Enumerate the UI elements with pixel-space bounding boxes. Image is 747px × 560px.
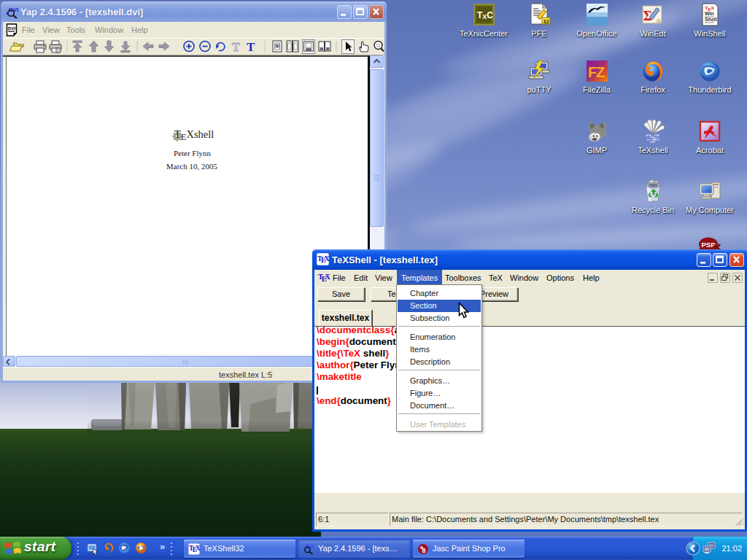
svg-text:X: X [325,273,330,281]
svg-text:X: X [325,254,330,262]
svg-text:DVI: DVI [8,26,16,31]
svg-text:T: T [247,40,255,54]
svg-text:PSP: PSP [701,241,716,249]
svg-text:T: T [232,41,240,53]
svg-text:8: 8 [422,547,426,554]
svg-text:Z: Z [596,64,605,80]
svg-text:X: X [654,133,659,141]
svg-text:32: 32 [543,18,549,25]
svg-text:X: X [196,545,201,552]
svg-text:Shell: Shell [705,17,717,22]
svg-text:Win: Win [705,11,714,16]
